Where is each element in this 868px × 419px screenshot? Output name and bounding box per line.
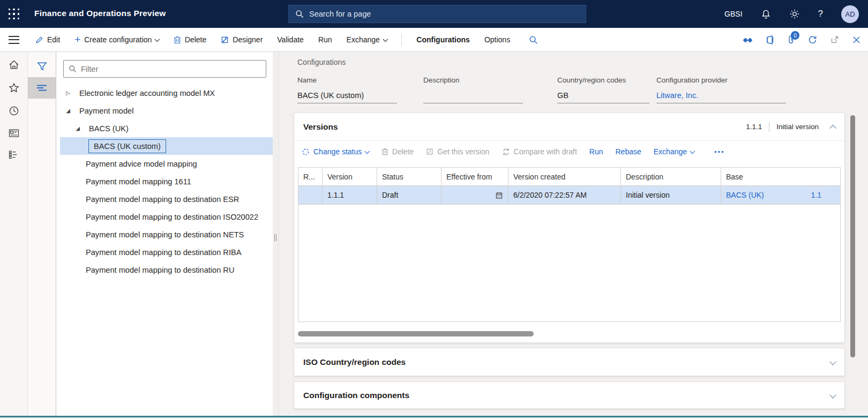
effective-from-cell[interactable] (442, 186, 508, 204)
versions-section: Versions 1.1.1 Initial version Change st… (294, 113, 845, 343)
run-button[interactable]: Run (318, 35, 332, 44)
version-created-cell[interactable]: 6/2/2020 07:22:57 AM (508, 186, 621, 204)
tree-item-mapping-destination-riba[interactable]: Payment model mapping to destination RIB… (56, 243, 273, 261)
designer-button[interactable]: Designer (221, 35, 263, 44)
calendar-icon[interactable] (495, 191, 503, 199)
tree-item-payment-model[interactable]: ◢ Payment model (56, 102, 273, 119)
top-navigation-bar: Finance and Operations Preview GBSI ? AD (0, 0, 868, 28)
app-launcher-icon[interactable] (7, 7, 21, 21)
collapse-chevron-up-icon[interactable] (830, 123, 835, 131)
recent-clock-icon[interactable] (9, 106, 19, 116)
horizontal-scrollbar[interactable] (298, 331, 842, 337)
open-in-office-icon[interactable] (766, 35, 774, 44)
settings-gear-icon[interactable] (789, 9, 800, 19)
tree-filter-input[interactable] (81, 65, 261, 73)
open-in-new-window-icon[interactable] (830, 35, 839, 44)
versions-header[interactable]: Versions 1.1.1 Initial version (294, 113, 844, 140)
country-region-value[interactable]: GB (557, 89, 649, 103)
configurations-list-toggle[interactable] (28, 77, 56, 99)
tab-configurations[interactable]: Configurations (416, 35, 470, 44)
expand-expanded-icon[interactable]: ◢ (73, 125, 82, 131)
iso-country-region-codes-section[interactable]: ISO Country/region codes (294, 348, 845, 376)
record-selector-cell[interactable] (298, 186, 323, 204)
edit-button[interactable]: Edit (35, 35, 60, 44)
workspaces-icon[interactable] (9, 129, 19, 138)
column-version[interactable]: Version (323, 168, 377, 185)
create-configuration-button[interactable]: + Create configuration (74, 35, 159, 44)
expand-chevron-down-icon[interactable] (830, 357, 835, 367)
tree-item-mapping-destination-ru[interactable]: Payment model mapping to destination RU (56, 261, 273, 279)
action-pane-right-icons: 0 (743, 35, 860, 44)
rebase-button[interactable]: Rebase (616, 147, 641, 156)
refresh-icon[interactable] (808, 35, 817, 44)
name-value[interactable]: BACS (UK custom) (297, 89, 397, 103)
plus-icon: + (74, 36, 80, 43)
splitter-grip[interactable] (274, 234, 276, 241)
favorites-star-icon[interactable] (9, 83, 19, 93)
table-row[interactable]: 1.1.1 Draft 6/2/2020 07:22:57 AM Initial… (298, 186, 840, 205)
tree-item-mapping-destination-esr[interactable]: Payment model mapping to destination ESR (56, 190, 273, 208)
column-version-created[interactable]: Version created (508, 168, 621, 185)
main-content: Configurations Name BACS (UK custom) Des… (279, 52, 868, 416)
field-configuration-provider: Configuration provider Litware, Inc. (656, 76, 786, 103)
modules-list-icon[interactable] (9, 150, 19, 159)
search-input[interactable] (309, 10, 579, 18)
help-icon[interactable]: ? (818, 9, 823, 19)
close-icon[interactable] (852, 36, 860, 44)
compare-with-draft-button[interactable]: Compare with draft (502, 147, 577, 156)
exchange-button[interactable]: Exchange (347, 35, 387, 44)
version-cell[interactable]: 1.1.1 (323, 186, 377, 204)
change-status-button[interactable]: Change status (302, 147, 369, 156)
home-icon[interactable] (9, 59, 19, 70)
expand-collapsed-icon[interactable]: ▷ (64, 90, 72, 96)
tree-filter-box[interactable] (63, 60, 266, 78)
tree-item-mapping-destination-nets[interactable]: Payment model mapping to destination NET… (56, 226, 273, 243)
action-search-icon[interactable] (529, 35, 538, 44)
nav-menu-icon[interactable] (0, 36, 28, 44)
configuration-provider-link[interactable]: Litware, Inc. (656, 89, 786, 103)
avatar[interactable]: AD (841, 5, 859, 23)
tree-item-bacs-uk[interactable]: ◢ BACS (UK) (56, 119, 273, 137)
exchange-version-button[interactable]: Exchange (654, 147, 694, 156)
get-this-version-button[interactable]: Get this version (426, 147, 489, 156)
vertical-scrollbar-thumb[interactable] (850, 115, 855, 357)
validate-button[interactable]: Validate (277, 35, 304, 44)
action-pane: Edit + Create configuration Delete Desig… (0, 28, 868, 52)
chevron-down-icon (690, 148, 695, 153)
column-description[interactable]: Description (621, 168, 721, 185)
configuration-components-section[interactable]: Configuration components (294, 381, 845, 409)
notifications-bell-icon[interactable] (761, 9, 771, 19)
trash-icon (174, 36, 181, 44)
expand-chevron-down-icon[interactable] (830, 391, 835, 400)
column-base[interactable]: Base (721, 168, 840, 185)
more-commands-icon[interactable] (714, 151, 724, 153)
attachments-paperclip-icon[interactable]: 0 (787, 35, 795, 44)
expand-expanded-icon[interactable]: ◢ (64, 108, 72, 114)
tree-item-payment-advice-model-mapping[interactable]: Payment advice model mapping (56, 155, 273, 173)
base-cell[interactable]: BACS (UK) 1.1 (721, 186, 840, 204)
delete-button[interactable]: Delete (174, 35, 206, 44)
panel-splitter[interactable] (273, 52, 279, 416)
tree-item-bacs-uk-custom[interactable]: BACS (UK custom) (60, 137, 273, 155)
page-search-box[interactable] (288, 5, 586, 23)
horizontal-scrollbar-thumb[interactable] (298, 331, 534, 336)
tree-item-electronic-ledger-mx[interactable]: ▷ Electronic ledger accounting model MX (56, 84, 273, 102)
chevron-down-icon (155, 36, 160, 41)
column-effective-from[interactable]: Effective from (442, 168, 508, 185)
run-version-button[interactable]: Run (589, 147, 603, 156)
base-configuration-link[interactable]: BACS (UK) (726, 191, 764, 199)
column-status[interactable]: Status (377, 168, 442, 185)
page-caption: Configurations (297, 58, 346, 66)
personalization-icon[interactable] (743, 36, 752, 43)
tree-item-payment-model-mapping-1611[interactable]: Payment model mapping 1611 (56, 173, 273, 190)
status-cell[interactable]: Draft (377, 186, 442, 204)
delete-version-button[interactable]: Delete (381, 147, 414, 156)
filter-funnel-icon[interactable] (28, 56, 56, 77)
description-cell[interactable]: Initial version (621, 186, 721, 204)
tree-item-mapping-destination-iso20022[interactable]: Payment model mapping to destination ISO… (56, 208, 273, 226)
column-record[interactable]: R... (298, 168, 323, 185)
tab-options[interactable]: Options (484, 35, 510, 44)
description-value[interactable] (423, 89, 523, 103)
versions-table-header: R... Version Status Effective from Versi… (298, 168, 840, 186)
company-picker[interactable]: GBSI (724, 10, 742, 18)
